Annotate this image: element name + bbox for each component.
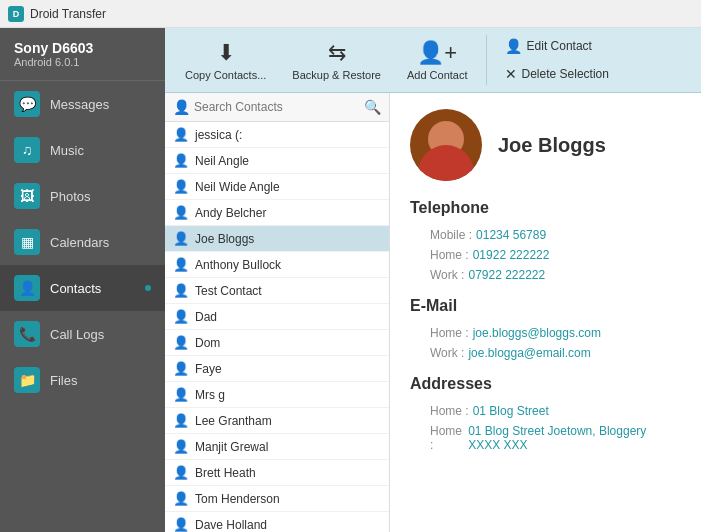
- address-home1-label: Home :: [430, 404, 469, 418]
- sidebar-item-messages[interactable]: 💬 Messages: [0, 81, 165, 127]
- list-item[interactable]: 👤Dom: [165, 330, 389, 356]
- contact-item-name: Mrs g: [195, 388, 225, 402]
- app-layout: Sony D6603 Android 6.0.1 💬 Messages ♫ Mu…: [0, 28, 701, 532]
- email-home-value: joe.bloggs@bloggs.com: [473, 326, 601, 340]
- avatar: [410, 109, 482, 181]
- address-home2-value: 01 Blog Street Joetown, Bloggery XXXX XX…: [468, 424, 681, 452]
- contact-list-panel: 👤 🔍 👤jessica (:👤Neil Angle👤Neil Wide Ang…: [165, 93, 390, 532]
- list-item[interactable]: 👤Manjit Grewal: [165, 434, 389, 460]
- address-home1-value: 01 Blog Street: [473, 404, 549, 418]
- email-work-value: joe.blogga@email.com: [468, 346, 590, 360]
- addresses-title: Addresses: [410, 375, 681, 393]
- addresses-section: Addresses Home : 01 Blog Street Home : 0…: [410, 375, 681, 455]
- person-icon: 👤: [173, 179, 189, 194]
- person-icon: 👤: [173, 413, 189, 428]
- person-icon: 👤: [173, 205, 189, 220]
- list-item[interactable]: 👤Test Contact: [165, 278, 389, 304]
- list-item[interactable]: 👤Andy Belcher: [165, 200, 389, 226]
- music-icon: ♫: [14, 137, 40, 163]
- person-icon: 👤: [173, 231, 189, 246]
- sidebar-label-files: Files: [50, 373, 77, 388]
- toolbar-right: 👤 Edit Contact ✕ Delete Selection: [497, 34, 617, 86]
- detail-panel: Joe Bloggs Telephone Mobile : 01234 5678…: [390, 93, 701, 532]
- phone-work-label: Work :: [430, 268, 464, 282]
- contact-item-name: Faye: [195, 362, 222, 376]
- list-item[interactable]: 👤Dad: [165, 304, 389, 330]
- telephone-title: Telephone: [410, 199, 681, 217]
- contact-item-name: Test Contact: [195, 284, 262, 298]
- list-item[interactable]: 👤jessica (:: [165, 122, 389, 148]
- address-home2-row: Home : 01 Blog Street Joetown, Bloggery …: [410, 421, 681, 455]
- list-item[interactable]: 👤Neil Angle: [165, 148, 389, 174]
- contacts-icon: 👤: [14, 275, 40, 301]
- contact-item-name: Dad: [195, 310, 217, 324]
- sidebar-label-photos: Photos: [50, 189, 90, 204]
- sidebar-item-contacts[interactable]: 👤 Contacts: [0, 265, 165, 311]
- sidebar-item-photos[interactable]: 🖼 Photos: [0, 173, 165, 219]
- list-item[interactable]: 👤Anthony Bullock: [165, 252, 389, 278]
- sidebar: Sony D6603 Android 6.0.1 💬 Messages ♫ Mu…: [0, 28, 165, 532]
- contact-list: 👤jessica (:👤Neil Angle👤Neil Wide Angle👤A…: [165, 122, 389, 532]
- device-info: Sony D6603 Android 6.0.1: [0, 28, 165, 81]
- sidebar-item-calendars[interactable]: ▦ Calendars: [0, 219, 165, 265]
- contact-item-name: Brett Heath: [195, 466, 256, 480]
- contact-item-name: Dave Holland: [195, 518, 267, 532]
- edit-icon: 👤: [505, 38, 522, 54]
- email-work-label: Work :: [430, 346, 464, 360]
- address-home1-row: Home : 01 Blog Street: [410, 401, 681, 421]
- search-icon: 🔍: [364, 99, 381, 115]
- sidebar-label-calllogs: Call Logs: [50, 327, 104, 342]
- contact-name: Joe Bloggs: [498, 134, 606, 157]
- backup-label: Backup & Restore: [292, 69, 381, 81]
- copy-icon: ⬇: [217, 40, 235, 66]
- email-work-row: Work : joe.blogga@email.com: [410, 343, 681, 363]
- list-item[interactable]: 👤Dave Holland: [165, 512, 389, 532]
- sidebar-label-music: Music: [50, 143, 84, 158]
- sidebar-item-calllogs[interactable]: 📞 Call Logs: [0, 311, 165, 357]
- email-home-label: Home :: [430, 326, 469, 340]
- person-icon: 👤: [173, 335, 189, 350]
- person-icon: 👤: [173, 153, 189, 168]
- list-item[interactable]: 👤Tom Henderson: [165, 486, 389, 512]
- add-contact-button[interactable]: 👤+ Add Contact: [399, 36, 476, 85]
- address-home2-label: Home :: [430, 424, 464, 452]
- list-item[interactable]: 👤Lee Grantham: [165, 408, 389, 434]
- messages-icon: 💬: [14, 91, 40, 117]
- phone-mobile-label: Mobile :: [430, 228, 472, 242]
- delete-icon: ✕: [505, 66, 517, 82]
- person-icon: 👤: [173, 465, 189, 480]
- copy-label: Copy Contacts...: [185, 69, 266, 81]
- contact-item-name: Tom Henderson: [195, 492, 280, 506]
- files-icon: 📁: [14, 367, 40, 393]
- delete-selection-button[interactable]: ✕ Delete Selection: [497, 62, 617, 86]
- delete-label: Delete Selection: [522, 67, 609, 81]
- list-item[interactable]: 👤Joe Bloggs: [165, 226, 389, 252]
- panels: 👤 🔍 👤jessica (:👤Neil Angle👤Neil Wide Ang…: [165, 93, 701, 532]
- list-item[interactable]: 👤Brett Heath: [165, 460, 389, 486]
- phone-mobile-row: Mobile : 01234 56789: [410, 225, 681, 245]
- sidebar-item-music[interactable]: ♫ Music: [0, 127, 165, 173]
- email-title: E-Mail: [410, 297, 681, 315]
- person-icon: 👤: [173, 127, 189, 142]
- list-item[interactable]: 👤Faye: [165, 356, 389, 382]
- backup-restore-button[interactable]: ⇆ Backup & Restore: [284, 36, 389, 85]
- contact-item-name: Neil Wide Angle: [195, 180, 280, 194]
- edit-contact-button[interactable]: 👤 Edit Contact: [497, 34, 617, 58]
- list-item[interactable]: 👤Mrs g: [165, 382, 389, 408]
- person-icon: 👤: [173, 361, 189, 376]
- person-icon: 👤: [173, 491, 189, 506]
- person-icon: 👤: [173, 517, 189, 532]
- contact-item-name: Joe Bloggs: [195, 232, 254, 246]
- list-item[interactable]: 👤Neil Wide Angle: [165, 174, 389, 200]
- email-home-row: Home : joe.bloggs@bloggs.com: [410, 323, 681, 343]
- person-search-icon: 👤: [173, 99, 190, 115]
- copy-contacts-button[interactable]: ⬇ Copy Contacts...: [177, 36, 274, 85]
- sidebar-item-files[interactable]: 📁 Files: [0, 357, 165, 403]
- email-section: E-Mail Home : joe.bloggs@bloggs.com Work…: [410, 297, 681, 363]
- search-input[interactable]: [194, 100, 360, 114]
- phone-home-row: Home : 01922 222222: [410, 245, 681, 265]
- telephone-section: Telephone Mobile : 01234 56789 Home : 01…: [410, 199, 681, 285]
- contact-item-name: Andy Belcher: [195, 206, 266, 220]
- phone-mobile-value: 01234 56789: [476, 228, 546, 242]
- calendars-icon: ▦: [14, 229, 40, 255]
